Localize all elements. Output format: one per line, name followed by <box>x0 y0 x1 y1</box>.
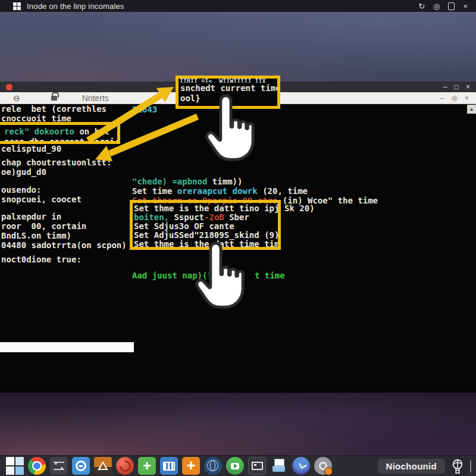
minimize-icon[interactable]: – <box>440 94 444 102</box>
terminal-line: palxepdur in <box>1 212 61 221</box>
chat-icon[interactable] <box>226 457 244 475</box>
terminal-line: chap choutrestuonlstt: <box>1 158 111 167</box>
pointer-hand-cursor <box>205 94 256 162</box>
terminal-line: Sk 20) <box>284 203 315 213</box>
terminal-text: on bet <box>79 127 109 136</box>
terminal-text: Sber <box>224 212 249 222</box>
terminal-line: ousendo: <box>1 185 41 195</box>
taskbar-separator <box>470 461 471 472</box>
screen: Inode on the linp incomales ↻ ◎ × Set th… <box>0 0 476 476</box>
taskbar: Niochounid <box>0 455 476 476</box>
terminal-line: snopcuei, coocet <box>1 195 82 204</box>
lock-icon <box>51 96 57 101</box>
badge-icon[interactable]: ◎ <box>433 2 440 11</box>
terminal-text: reck" dokoorto <box>4 127 79 136</box>
highlight-box-check-command: reck" dokoorto on bet nase dhe corrent c… <box>0 122 120 144</box>
terminal-line: Set time oreraapcut dowrk (20, time <box>132 186 308 196</box>
kanban-icon[interactable] <box>160 457 178 475</box>
terminal-line: snchedt current time" <box>180 83 280 93</box>
media-icon[interactable] <box>72 457 90 475</box>
terminal-text: boiten, <box>134 212 169 222</box>
terminal-text-clipped: IIBII ≡I< WIIWIIIII IIX <box>180 78 266 83</box>
close-dot-icon[interactable] <box>6 84 12 90</box>
vm-title-bar: Inode on the linp incomales ↻ ◎ × <box>0 0 476 12</box>
terminal-text: Sspuct <box>169 212 204 222</box>
terminal-text: -2oB <box>204 212 224 222</box>
terminal-text: Set time <box>132 186 177 196</box>
toolbar-title: Nnterts <box>82 93 109 103</box>
terminal-text: "chede) =apbnod <box>132 177 212 186</box>
installer-icon[interactable] <box>94 457 112 475</box>
start-icon[interactable] <box>6 457 24 475</box>
terminal-line: nase dhe corrent corei:o <box>4 137 120 144</box>
terminal-line: reck" dokoorto on bet <box>4 127 109 136</box>
terminal-text: timm)) <box>212 177 243 186</box>
close-icon[interactable]: × <box>466 83 470 91</box>
balloon-icon[interactable] <box>451 459 464 474</box>
add-green-icon[interactable] <box>138 457 156 475</box>
window-icon[interactable] <box>248 457 266 475</box>
chrome-icon[interactable] <box>28 457 46 475</box>
terminal-line: 51643 <box>132 105 157 114</box>
terminal-line: rele bet (correthles <box>1 104 107 114</box>
tweaks-icon[interactable] <box>50 457 68 475</box>
terminal-line: roor 00, cortain <box>1 221 86 231</box>
terminal-text: (20, time <box>258 186 308 196</box>
terminal-line: Set Sdjus3o OF cante <box>134 221 234 231</box>
terminal-line: noct0dione true: <box>1 255 82 264</box>
terminal-line: 04480 sadotrrta(on scpon) <box>1 240 127 250</box>
vm-window-title: Inode on the linp incomales <box>27 2 124 11</box>
copy-icon[interactable] <box>448 2 455 10</box>
app-grid-icon[interactable] <box>13 2 21 10</box>
terminal-selection-bar <box>0 342 134 352</box>
desktop-wallpaper-bottom <box>0 393 476 455</box>
maximize-icon[interactable]: □ <box>455 83 459 91</box>
files-icon[interactable] <box>270 457 288 475</box>
terminal-line: ool} <box>180 93 201 103</box>
terminal-text: oreraapcut dowrk <box>177 186 258 196</box>
terminal-line: BndLS.on timm) <box>1 231 71 240</box>
terminal-line: Set thme is the datt tino ipjik <box>134 203 281 213</box>
desktop-wallpaper-top <box>0 12 476 82</box>
status-icon[interactable] <box>314 457 332 475</box>
taskbar-search-button[interactable]: Niochounid <box>378 459 446 474</box>
pointer-hand-cursor <box>195 242 246 309</box>
back-icon[interactable]: ⊖ <box>13 93 20 103</box>
reload-icon[interactable]: ↻ <box>418 2 425 11</box>
close-icon[interactable]: × <box>465 94 469 102</box>
terminal-line: oe)gud_d0 <box>1 167 46 177</box>
badge-icon[interactable]: ◎ <box>452 94 458 102</box>
terminal-line: t time <box>255 271 285 280</box>
health-icon[interactable] <box>182 457 200 475</box>
minimize-icon[interactable]: – <box>443 83 447 91</box>
clock-icon[interactable] <box>292 457 310 475</box>
globe-icon[interactable] <box>204 457 222 475</box>
terminal-line: boiten, Sspuct-2oB Sber <box>134 212 249 222</box>
web-red-icon[interactable] <box>116 457 134 475</box>
terminal-line: Set AdjuSSed"21809S_skind (9) <box>134 230 279 240</box>
terminal-line: "chede) =apbnod timm)) <box>132 177 242 186</box>
terminal-line: celisptud_90 <box>1 144 61 154</box>
scroll-up-arrow[interactable]: ▲ <box>467 105 476 114</box>
close-icon[interactable]: × <box>463 2 468 11</box>
